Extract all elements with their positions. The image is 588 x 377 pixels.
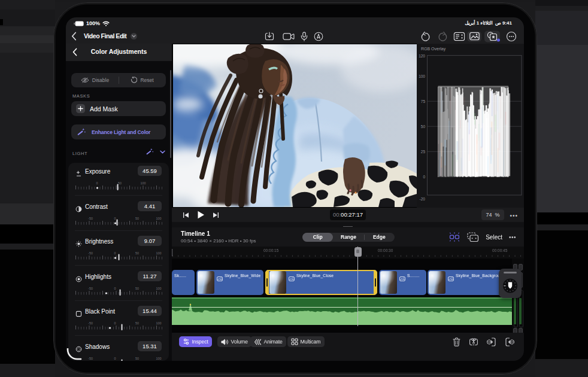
svg-text:50: 50: [118, 181, 122, 185]
svg-text:-50: -50: [88, 216, 93, 220]
svg-text:0: 0: [423, 175, 425, 179]
svg-text:120: 120: [419, 54, 425, 58]
svg-text:25: 25: [421, 150, 426, 154]
svg-text:0: 0: [114, 216, 116, 220]
svg-text:50: 50: [421, 124, 426, 129]
svg-text:-20: -20: [420, 197, 426, 201]
svg-text:75: 75: [421, 99, 426, 104]
svg-text:100: 100: [156, 251, 162, 255]
svg-text:100: 100: [156, 356, 162, 360]
svg-text:50: 50: [135, 286, 139, 290]
svg-text:-50: -50: [88, 251, 93, 255]
svg-text:0: 0: [96, 181, 98, 185]
svg-text:100: 100: [156, 286, 162, 290]
svg-text:100: 100: [156, 216, 162, 220]
svg-text:50: 50: [135, 321, 139, 325]
svg-text:-50: -50: [88, 321, 93, 325]
svg-text:0: 0: [114, 286, 116, 290]
svg-text:50: 50: [135, 216, 139, 220]
svg-text:50: 50: [135, 251, 139, 255]
svg-text:-50: -50: [88, 356, 93, 360]
svg-text:100: 100: [141, 181, 146, 185]
svg-text:-50: -50: [88, 286, 93, 290]
svg-text:0: 0: [114, 356, 116, 360]
svg-text:50: 50: [135, 356, 139, 360]
svg-text:0: 0: [114, 321, 116, 325]
svg-text:0: 0: [114, 251, 116, 255]
svg-text:100: 100: [419, 74, 425, 78]
svg-text:100: 100: [156, 321, 162, 325]
